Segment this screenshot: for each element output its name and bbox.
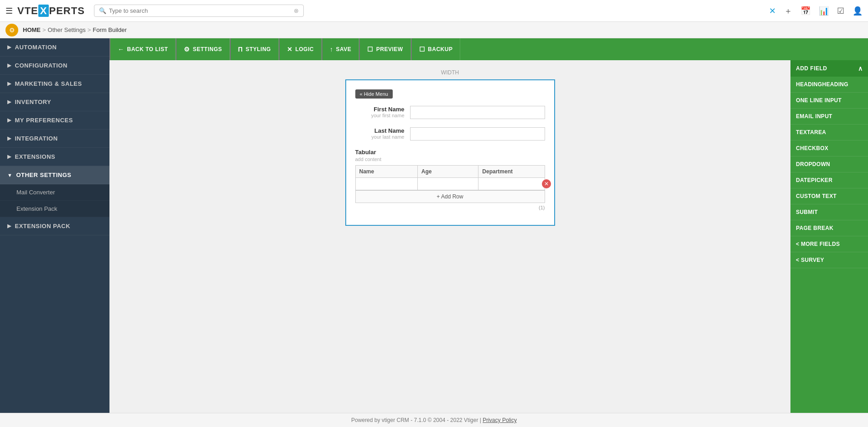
- tasks-icon[interactable]: ☑: [837, 6, 844, 16]
- search-input[interactable]: [109, 7, 294, 14]
- hamburger-menu-icon[interactable]: ☰: [5, 6, 13, 16]
- form-field-first-name: First Name your first name: [355, 106, 545, 119]
- sidebar: ▶ AUTOMATION ▶ CONFIGURATION ▶ MARKETING…: [0, 38, 109, 413]
- backup-button[interactable]: ☐ BACKUP: [411, 38, 461, 60]
- sidebar-item-other-settings[interactable]: ▼ OTHER SETTINGS: [0, 166, 109, 184]
- canvas-area: WIDTH « Hide Menu First Name your first …: [109, 60, 868, 413]
- row-count: (1): [355, 205, 545, 210]
- panel-item-checkbox[interactable]: CHECKBOX: [790, 141, 868, 156]
- settings-label: SETTINGS: [193, 46, 222, 52]
- panel-item-textarea[interactable]: TEXTAREA: [790, 125, 868, 141]
- sidebar-submenu-other-settings: Mail Converter Extension Pack: [0, 184, 109, 217]
- last-name-input[interactable]: [410, 127, 545, 141]
- table-cell-age: [417, 178, 478, 190]
- sidebar-label-automation: AUTOMATION: [15, 44, 57, 51]
- panel-item-email-input[interactable]: EMAIL INPUT: [790, 109, 868, 125]
- first-name-label-col: First Name your first name: [355, 106, 410, 118]
- panel-item-datepicker[interactable]: DATEPICKER: [790, 172, 868, 188]
- add-row-button[interactable]: + Add Row: [355, 190, 545, 203]
- cell-age-input[interactable]: [421, 181, 475, 187]
- arrow-icon: ▶: [7, 81, 11, 87]
- panel-item-submit[interactable]: SUBMIT: [790, 204, 868, 220]
- sidebar-subitem-extension-pack[interactable]: Extension Pack: [0, 201, 109, 217]
- sidebar-item-integration[interactable]: ▶ INTEGRATION: [0, 130, 109, 148]
- arrow-icon: ▶: [7, 135, 11, 141]
- hide-menu-button[interactable]: « Hide Menu: [355, 89, 393, 99]
- sidebar-item-inventory[interactable]: ▶ INVENTORY: [0, 93, 109, 111]
- settings-icon: ⚙: [184, 46, 190, 53]
- form-canvas: WIDTH « Hide Menu First Name your first …: [109, 60, 790, 413]
- panel-item-dropdown[interactable]: DROPDOWN: [790, 156, 868, 172]
- breadcrumb-bar: ⚙ HOME > Other Settings > Form Builder: [0, 22, 868, 38]
- back-to-list-button[interactable]: ← BACK TO LIST: [109, 38, 176, 60]
- panel-item-heading[interactable]: HEADINGHEADING: [790, 77, 868, 93]
- settings-button[interactable]: ⚙ SETTINGS: [176, 38, 230, 60]
- breadcrumb-home[interactable]: HOME: [23, 26, 41, 33]
- tabular-subtitle: add content: [355, 156, 382, 162]
- panel-item-more-fields[interactable]: < MORE FIELDS: [790, 236, 868, 252]
- styling-button[interactable]: π STYLING: [230, 38, 279, 60]
- content-area: ← BACK TO LIST ⚙ SETTINGS π STYLING ✕ LO…: [109, 38, 868, 413]
- tabular-header: Tabular add content: [355, 149, 545, 162]
- form-container: « Hide Menu First Name your first name: [345, 79, 555, 226]
- styling-label: STYLING: [245, 46, 271, 52]
- preview-label: PREVIEW: [376, 46, 403, 52]
- sidebar-item-my-preferences[interactable]: ▶ MY PREFERENCES: [0, 111, 109, 130]
- sidebar-label-extensions: EXTENSIONS: [15, 153, 56, 160]
- sidebar-label-preferences: MY PREFERENCES: [15, 117, 73, 124]
- sidebar-item-configuration[interactable]: ▶ CONFIGURATION: [0, 57, 109, 75]
- arrow-icon: ▶: [7, 44, 11, 50]
- save-button[interactable]: ↑ SAVE: [322, 38, 359, 60]
- table-cell-department: ✕: [478, 178, 545, 190]
- sidebar-item-extension-pack[interactable]: ▶ EXTENSION PACK: [0, 217, 109, 235]
- save-icon: ↑: [330, 46, 333, 53]
- save-label: SAVE: [336, 46, 351, 52]
- col-header-department: Department: [478, 166, 545, 178]
- sidebar-item-extensions[interactable]: ▶ EXTENSIONS: [0, 148, 109, 166]
- top-header: ☰ VTEXPERTS 🔍 ⊗ ✕ ＋ 📅 📊 ☑ 👤: [0, 0, 868, 22]
- arrow-icon: ▶: [7, 154, 11, 160]
- plus-icon[interactable]: ＋: [784, 5, 792, 16]
- add-field-header: ADD FIELD ∧: [790, 60, 868, 77]
- search-icon: 🔍: [99, 7, 106, 14]
- user-icon[interactable]: 👤: [852, 6, 863, 16]
- panel-item-survey[interactable]: < SURVEY: [790, 252, 868, 268]
- sidebar-label-integration: INTEGRATION: [15, 135, 58, 142]
- chart-icon[interactable]: 📊: [819, 6, 829, 16]
- settings-gear-icon[interactable]: ⚙: [5, 24, 18, 36]
- breadcrumb-other-settings[interactable]: Other Settings: [48, 26, 86, 33]
- privacy-policy-link[interactable]: Privacy Policy: [483, 417, 517, 423]
- collapse-icon[interactable]: ∧: [858, 65, 863, 72]
- styling-icon: π: [238, 46, 243, 53]
- first-name-input[interactable]: [410, 106, 545, 119]
- logic-button[interactable]: ✕ LOGIC: [279, 38, 322, 60]
- logic-label: LOGIC: [295, 46, 314, 52]
- panel-item-custom-text[interactable]: CUSTOM TEXT: [790, 188, 868, 204]
- row-delete-button[interactable]: ✕: [542, 179, 551, 188]
- back-to-list-label: BACK TO LIST: [127, 46, 168, 52]
- preview-button[interactable]: ☐ PREVIEW: [359, 38, 411, 60]
- arrow-icon: ▶: [7, 62, 11, 68]
- calendar-icon[interactable]: 📅: [800, 6, 811, 16]
- search-clear-icon[interactable]: ⊗: [294, 7, 299, 14]
- vtexperts-icon[interactable]: ✕: [769, 6, 776, 16]
- width-label: WIDTH: [119, 69, 781, 76]
- panel-item-one-line-input[interactable]: ONE LINE INPUT: [790, 93, 868, 109]
- col-header-name: Name: [355, 166, 417, 178]
- logo-text: VTEXPERTS: [17, 5, 85, 17]
- sidebar-label-configuration: CONFIGURATION: [15, 62, 68, 69]
- breadcrumb-sep2: >: [88, 26, 91, 33]
- breadcrumb-sep1: >: [42, 26, 46, 33]
- panel-item-page-break[interactable]: PAGE BREAK: [790, 220, 868, 236]
- cell-name-input[interactable]: [359, 181, 414, 187]
- sidebar-subitem-mail-converter[interactable]: Mail Converter: [0, 184, 109, 201]
- first-name-sublabel: your first name: [355, 113, 405, 118]
- last-name-label: Last Name: [355, 127, 405, 134]
- backup-label: BACKUP: [428, 46, 452, 52]
- sidebar-item-automation[interactable]: ▶ AUTOMATION: [0, 38, 109, 57]
- first-name-label: First Name: [355, 106, 405, 113]
- cell-dept-input[interactable]: [482, 181, 541, 187]
- right-panel: ADD FIELD ∧ HEADINGHEADING ONE LINE INPU…: [790, 60, 868, 413]
- table-row: ✕: [355, 178, 545, 190]
- sidebar-item-marketing-sales[interactable]: ▶ MARKETING & SALES: [0, 75, 109, 93]
